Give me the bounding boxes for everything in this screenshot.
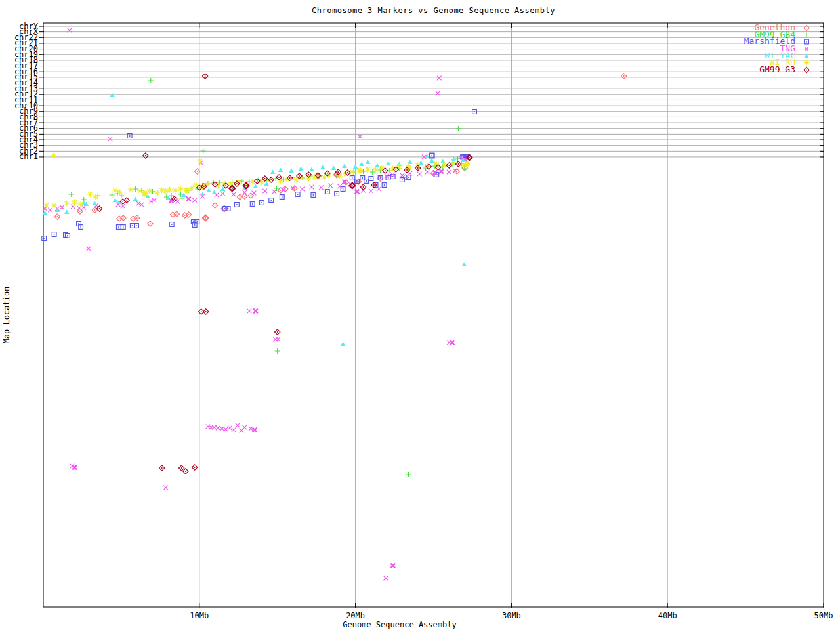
square-marker-icon bbox=[795, 38, 818, 45]
axes bbox=[39, 23, 824, 608]
row-label-chr1: chr1 bbox=[0, 154, 38, 159]
series-wi-yac bbox=[43, 93, 467, 346]
series-wi-rh bbox=[43, 153, 470, 209]
plot-canvas bbox=[0, 0, 840, 630]
x-tick-label-50mb: 50Mb bbox=[809, 611, 838, 620]
gridlines bbox=[43, 23, 824, 607]
x-axis-label: Genome Sequence Assembly bbox=[314, 620, 485, 629]
diamond-marker-icon bbox=[795, 24, 818, 32]
legend-label: GM99 G3 bbox=[759, 66, 795, 74]
plus-marker-icon bbox=[795, 32, 818, 39]
x-tick-label-20mb: 20Mb bbox=[341, 611, 370, 620]
series-tng bbox=[43, 28, 467, 581]
star-marker-icon bbox=[795, 59, 818, 66]
page-title: Chromosome 3 Markers vs Genome Sequence … bbox=[43, 6, 824, 15]
legend-item-gm99-g3: GM99 G3 bbox=[744, 66, 818, 74]
legend: GenethonGM99 GB4MarshfieldTNGWI YACWI RH… bbox=[744, 24, 818, 74]
x-tick-label-40mb: 40Mb bbox=[653, 611, 682, 620]
x-tick-label-30mb: 30Mb bbox=[497, 611, 526, 620]
series-gm99-g3 bbox=[96, 74, 472, 474]
cross-marker-icon bbox=[795, 45, 818, 52]
diamond-marker-icon bbox=[795, 66, 818, 74]
y-axis-label: Map Location bbox=[2, 287, 11, 344]
triangle-marker-icon bbox=[795, 52, 818, 60]
chart-page: Chromosome 3 Markers vs Genome Sequence … bbox=[0, 0, 840, 630]
x-tick-label-10mb: 10Mb bbox=[185, 611, 214, 620]
data-points bbox=[42, 28, 627, 581]
